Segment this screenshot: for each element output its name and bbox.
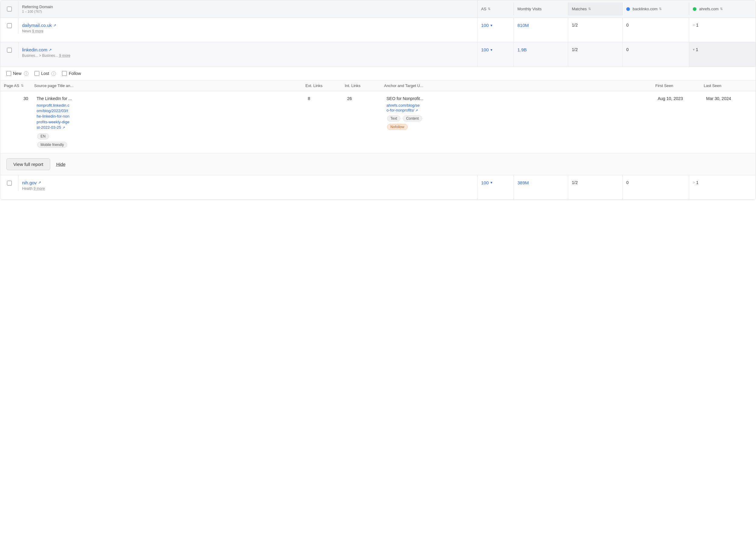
sub-ext-links-value: 8 [308,96,310,101]
domain-name-nih: nih.gov [22,180,37,185]
sub-last-seen: Mar 30, 2024 [704,96,752,101]
ahrefs-cell-linkedin: ▾ 1 [689,42,756,67]
hide-button[interactable]: Hide [56,162,66,167]
matches-value-dailymail: 1/2 [572,23,578,28]
filter-lost-checkbox[interactable] [34,71,39,76]
ahrefs-dot [693,7,696,11]
anchor-external-icon: ↗ [415,109,418,112]
external-link-icon: ↗ [38,181,41,185]
sub-anchor-title: SEO for Nonprofit... [386,96,653,101]
filter-new[interactable]: New i [6,71,28,76]
sub-first-seen-value: Aug 10, 2023 [658,96,683,101]
select-all-cell[interactable] [0,1,18,17]
sub-page-as-value: 30 [23,96,28,101]
domain-cell-nih: nih.gov ↗ Health 9 more [18,175,477,200]
mobile-tag: Mobile friendly [37,142,67,148]
sub-source-title: The LinkedIn for ... [37,96,303,101]
col-matches[interactable]: Matches ⇅ [568,2,623,15]
as-value-dailymail: 100 [481,23,489,28]
filter-lost-label: Lost [41,71,49,76]
domain-link-linkedin[interactable]: linkedin.com ↗ [22,47,474,52]
backlinko-dot [626,7,630,11]
backlinko-cell-linkedin: 0 [623,42,689,67]
backlinko-cell-nih: 0 [623,175,689,200]
as-cell-linkedin: 100 ▾ [477,42,514,67]
filter-follow[interactable]: Follow [62,71,81,76]
col-as[interactable]: AS ⇅ [477,2,514,15]
more-link-dailymail[interactable]: 9 more [32,29,43,33]
table-header: Referring Domain 1 – 100 (767) AS ⇅ Mont… [0,0,756,18]
sub-table-row: 30 The LinkedIn for ... nonprofit.linked… [0,91,756,154]
backlinks-table: Referring Domain 1 – 100 (767) AS ⇅ Mont… [0,0,756,200]
sub-source-link[interactable]: nonprofit.linkedin.com/blog/2022/03/the-… [37,103,69,130]
more-link-linkedin[interactable]: 9 more [59,54,70,58]
row-checkbox-dailymail[interactable] [7,23,12,28]
col-ahrefs-label: ahrefs.com [699,7,719,11]
sub-col-int-links-label: Int. Links [345,83,360,88]
view-full-report-button[interactable]: View full report [6,158,50,170]
sub-col-anchor-label: Anchor and Target U... [384,83,423,88]
domain-link-nih[interactable]: nih.gov ↗ [22,180,474,185]
filter-follow-checkbox[interactable] [62,71,67,76]
sub-int-links-value: 26 [347,96,352,101]
filter-new-checkbox[interactable] [6,71,11,76]
ahrefs-count-linkedin: 1 [696,47,698,52]
row-checkbox-cell[interactable] [0,18,18,34]
external-link-icon: ↗ [53,23,56,28]
col-backlinko[interactable]: backlinko.com ⇅ [623,2,689,15]
backlinko-cell-dailymail: 0 [623,18,689,42]
col-referring-domain: Referring Domain 1 – 100 (767) [18,0,477,18]
row-checkbox-cell[interactable] [0,42,18,58]
ahrefs-cell-nih: > 1 [689,175,756,200]
visits-cell-nih: 389M [514,175,568,200]
sub-last-seen-value: Mar 30, 2024 [706,96,731,101]
sub-col-source-label: Source page Title an... [34,83,73,88]
visits-value-linkedin: 1.9B [517,47,527,52]
domain-cell-linkedin: linkedin.com ↗ Busines... > Busines... 9… [18,42,477,67]
sub-col-last-seen: Last Seen [704,83,752,88]
more-link-nih[interactable]: 9 more [34,187,45,191]
visits-cell-linkedin: 1.9B [514,42,568,67]
col-matches-label: Matches [572,7,587,11]
row-checkbox-linkedin[interactable] [7,48,12,53]
ahrefs-arrow-linkedin: ▾ [693,47,695,52]
row-checkbox-cell[interactable] [0,175,18,191]
as-sort-icon: ⇅ [488,7,490,11]
matches-cell-nih: 1/2 [568,175,623,200]
expanded-linkedin: New i Lost i Follow Page AS [0,67,756,175]
domain-link-dailymail[interactable]: dailymail.co.uk ↗ [22,23,474,28]
filter-lost-info-icon[interactable]: i [51,71,56,76]
sub-table-header: Page AS ⇅ Source page Title an... Ext. L… [0,80,756,91]
sub-col-int-links: Int. Links [345,83,384,88]
domain-name-dailymail: dailymail.co.uk [22,23,52,28]
matches-value-linkedin: 1/2 [572,47,578,52]
external-link-icon: ↗ [49,48,52,52]
row-checkbox-nih[interactable] [7,181,12,186]
ahrefs-count-nih: 1 [696,180,699,185]
filter-new-info-icon[interactable]: i [24,71,28,76]
source-external-icon: ↗ [62,126,65,129]
backlinko-count-dailymail: 0 [626,23,629,28]
col-backlinko-label: backlinko.com [633,7,657,11]
nofollow-tag: Nofollow [387,124,408,130]
col-ahrefs[interactable]: ahrefs.com ⇅ [689,2,756,15]
ahrefs-sort-icon: ⇅ [720,7,723,11]
sub-col-anchor: Anchor and Target U... [384,83,655,88]
lang-tag: EN [37,133,49,139]
sub-col-page-as[interactable]: Page AS ⇅ [4,83,34,88]
col-monthly-visits: Monthly Visits [514,2,568,15]
as-arrow-linkedin: ▾ [490,48,492,52]
sub-anchor-link[interactable]: ahrefs.com/blog/seo-for-nonprofits/ ↗ [386,103,420,112]
sub-col-source: Source page Title an... [34,83,305,88]
as-value-nih: 100 [481,180,489,185]
visits-cell-dailymail: 810M [514,18,568,42]
sub-col-first-seen-label: First Seen [655,83,673,88]
select-all-checkbox[interactable] [7,7,12,11]
ahrefs-count-dailymail: 1 [696,23,699,28]
sub-first-seen: Aug 10, 2023 [655,96,704,101]
domain-cell-dailymail: dailymail.co.uk ↗ News 9 more [18,18,477,42]
sub-col-ext-links-label: Ext. Links [305,83,322,88]
col-as-label: AS [481,7,486,11]
filter-lost[interactable]: Lost i [34,71,56,76]
matches-value-nih: 1/2 [572,180,578,185]
